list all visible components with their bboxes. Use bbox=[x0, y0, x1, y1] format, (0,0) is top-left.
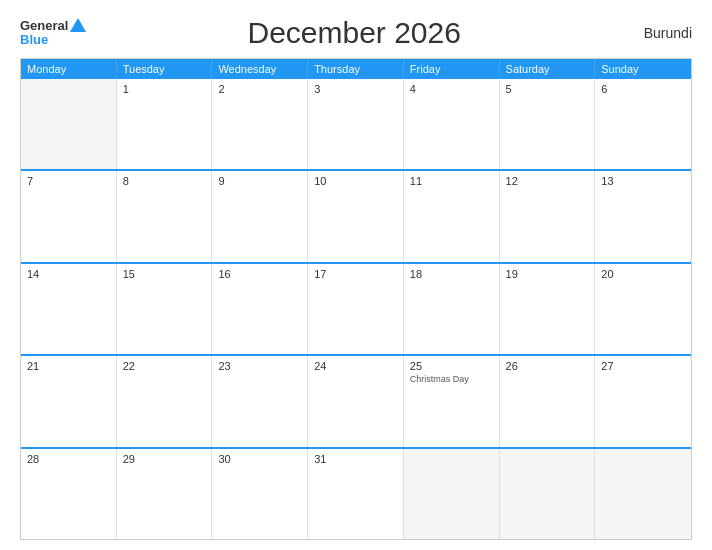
day-number: 5 bbox=[506, 83, 512, 95]
day-cell: 23 bbox=[212, 356, 308, 446]
day-number: 13 bbox=[601, 175, 613, 187]
day-number: 31 bbox=[314, 453, 326, 465]
day-number: 15 bbox=[123, 268, 135, 280]
day-cell: 1 bbox=[117, 79, 213, 169]
day-header-thursday: Thursday bbox=[308, 59, 404, 79]
day-cell: 5 bbox=[500, 79, 596, 169]
week-row-5: 28293031 bbox=[21, 447, 691, 539]
day-cell: 27 bbox=[595, 356, 691, 446]
day-number: 19 bbox=[506, 268, 518, 280]
day-header-saturday: Saturday bbox=[500, 59, 596, 79]
logo-general-text: General bbox=[20, 19, 68, 33]
calendar-grid: MondayTuesdayWednesdayThursdayFridaySatu… bbox=[20, 58, 692, 540]
day-cell bbox=[500, 449, 596, 539]
day-cell: 15 bbox=[117, 264, 213, 354]
week-row-2: 78910111213 bbox=[21, 169, 691, 261]
day-cell: 30 bbox=[212, 449, 308, 539]
day-number: 2 bbox=[218, 83, 224, 95]
day-cell: 8 bbox=[117, 171, 213, 261]
day-number: 12 bbox=[506, 175, 518, 187]
day-number: 30 bbox=[218, 453, 230, 465]
day-cell: 25Christmas Day bbox=[404, 356, 500, 446]
day-header-tuesday: Tuesday bbox=[117, 59, 213, 79]
day-header-wednesday: Wednesday bbox=[212, 59, 308, 79]
day-cell: 16 bbox=[212, 264, 308, 354]
day-header-friday: Friday bbox=[404, 59, 500, 79]
day-cell bbox=[404, 449, 500, 539]
day-number: 8 bbox=[123, 175, 129, 187]
day-number: 10 bbox=[314, 175, 326, 187]
day-number: 3 bbox=[314, 83, 320, 95]
day-number: 27 bbox=[601, 360, 613, 372]
day-cell: 7 bbox=[21, 171, 117, 261]
day-number: 21 bbox=[27, 360, 39, 372]
day-number: 18 bbox=[410, 268, 422, 280]
day-cell: 10 bbox=[308, 171, 404, 261]
logo: General Blue bbox=[20, 19, 86, 48]
event-label: Christmas Day bbox=[410, 374, 469, 384]
day-cell: 21 bbox=[21, 356, 117, 446]
day-cell: 31 bbox=[308, 449, 404, 539]
week-row-1: 123456 bbox=[21, 79, 691, 169]
day-cell: 6 bbox=[595, 79, 691, 169]
day-headers-row: MondayTuesdayWednesdayThursdayFridaySatu… bbox=[21, 59, 691, 79]
day-cell: 29 bbox=[117, 449, 213, 539]
day-cell: 2 bbox=[212, 79, 308, 169]
day-number: 9 bbox=[218, 175, 224, 187]
weeks-container: 1234567891011121314151617181920212223242… bbox=[21, 79, 691, 539]
day-cell: 3 bbox=[308, 79, 404, 169]
day-cell bbox=[595, 449, 691, 539]
day-number: 26 bbox=[506, 360, 518, 372]
day-number: 7 bbox=[27, 175, 33, 187]
day-cell: 18 bbox=[404, 264, 500, 354]
country-label: Burundi bbox=[622, 25, 692, 41]
calendar-page: General Blue December 2026 Burundi Monda… bbox=[0, 0, 712, 550]
day-cell: 14 bbox=[21, 264, 117, 354]
day-number: 25 bbox=[410, 360, 422, 372]
day-cell: 28 bbox=[21, 449, 117, 539]
day-number: 17 bbox=[314, 268, 326, 280]
day-cell: 17 bbox=[308, 264, 404, 354]
day-number: 20 bbox=[601, 268, 613, 280]
calendar-title: December 2026 bbox=[86, 16, 622, 50]
day-header-monday: Monday bbox=[21, 59, 117, 79]
day-cell: 26 bbox=[500, 356, 596, 446]
day-number: 4 bbox=[410, 83, 416, 95]
day-number: 14 bbox=[27, 268, 39, 280]
day-cell: 9 bbox=[212, 171, 308, 261]
day-cell bbox=[21, 79, 117, 169]
day-number: 22 bbox=[123, 360, 135, 372]
day-number: 28 bbox=[27, 453, 39, 465]
day-cell: 22 bbox=[117, 356, 213, 446]
day-number: 6 bbox=[601, 83, 607, 95]
day-cell: 24 bbox=[308, 356, 404, 446]
day-cell: 12 bbox=[500, 171, 596, 261]
header: General Blue December 2026 Burundi bbox=[20, 16, 692, 50]
day-cell: 20 bbox=[595, 264, 691, 354]
logo-blue-text: Blue bbox=[20, 33, 48, 47]
day-number: 11 bbox=[410, 175, 422, 187]
day-number: 1 bbox=[123, 83, 129, 95]
day-cell: 19 bbox=[500, 264, 596, 354]
day-header-sunday: Sunday bbox=[595, 59, 691, 79]
day-number: 23 bbox=[218, 360, 230, 372]
day-cell: 13 bbox=[595, 171, 691, 261]
week-row-4: 2122232425Christmas Day2627 bbox=[21, 354, 691, 446]
day-number: 24 bbox=[314, 360, 326, 372]
logo-triangle-icon bbox=[70, 18, 86, 32]
day-number: 16 bbox=[218, 268, 230, 280]
day-cell: 4 bbox=[404, 79, 500, 169]
day-number: 29 bbox=[123, 453, 135, 465]
week-row-3: 14151617181920 bbox=[21, 262, 691, 354]
day-cell: 11 bbox=[404, 171, 500, 261]
